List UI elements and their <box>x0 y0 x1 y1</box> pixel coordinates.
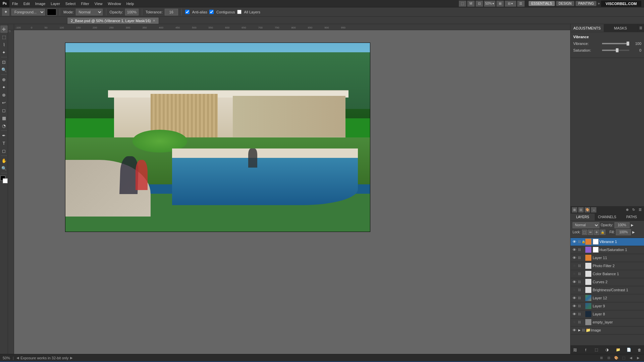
layers-refresh-btn[interactable]: ↻ <box>631 207 636 213</box>
layer-vis-vibrance1[interactable]: 👁 <box>572 239 577 244</box>
hand-tool[interactable]: ✋ <box>0 157 8 164</box>
canvas-image[interactable] <box>65 43 370 232</box>
crop-tool[interactable]: ⊡ <box>0 58 8 66</box>
stamp-tool[interactable]: ⊗ <box>0 91 8 99</box>
layer-vis-photofilter2[interactable]: 👁 <box>572 263 577 268</box>
shape-tool[interactable]: ◻ <box>0 147 8 155</box>
tab-channels[interactable]: CHANNELS <box>595 214 620 221</box>
status-next-btn[interactable]: ▶ <box>70 356 73 360</box>
all-layers-checkbox[interactable] <box>237 10 241 14</box>
zoom-dropdown[interactable]: 50% ▾ <box>484 1 495 7</box>
layers-icon-2[interactable]: ⊟ <box>578 207 584 213</box>
vibrance-track[interactable] <box>602 43 629 44</box>
layer-row-11[interactable]: 👁 ⛓ Layer 11 <box>571 254 644 262</box>
layout-dropdown[interactable]: ⊟ ▾ <box>505 1 516 7</box>
history-brush-tool[interactable]: ↩ <box>0 99 8 106</box>
lock-transparency-btn[interactable]: ⬚ <box>582 230 587 235</box>
layer-vis-9[interactable]: 👁 <box>572 304 577 308</box>
layers-options-btn[interactable]: ☰ <box>637 207 643 213</box>
layer-vis-curves2[interactable]: 👁 <box>572 280 577 284</box>
tab-close-btn[interactable]: ✕ <box>153 19 155 22</box>
menu-edit[interactable]: Edit <box>21 0 33 7</box>
magic-wand-tool[interactable]: ✦ <box>0 49 8 56</box>
workspace-more[interactable]: » <box>598 2 600 5</box>
anti-alias-checkbox[interactable] <box>185 10 190 14</box>
menu-image[interactable]: Image <box>33 0 48 7</box>
fill-ctrl-input[interactable] <box>616 229 631 235</box>
layer-row-9[interactable]: 👁 ⛓ Layer 9 <box>571 302 644 310</box>
menu-help[interactable]: Help <box>124 0 137 7</box>
workspace-essentials[interactable]: ESSENTIALS <box>529 1 555 6</box>
layer-vis-bc1[interactable]: 👁 <box>572 288 577 292</box>
healing-tool[interactable]: ⊕ <box>0 76 8 83</box>
background-swatch[interactable] <box>3 178 8 183</box>
blend-mode-select[interactable]: Normal <box>573 222 599 228</box>
text-tool[interactable]: T <box>0 139 8 147</box>
layer-vis-11[interactable]: 👁 <box>572 255 577 260</box>
toolbar-icon-1[interactable]: ⬚ <box>459 1 466 7</box>
mode-select[interactable]: Normal <box>76 9 103 15</box>
foreground-dropdown[interactable]: Foreground... <box>11 9 45 15</box>
layer-row-brightnesscontrast1[interactable]: 👁 ⛓ Brightness/Contrast 1 <box>571 286 644 294</box>
panel-menu-btn[interactable]: ☰ <box>637 24 644 32</box>
saturation-track[interactable] <box>602 50 629 51</box>
add-style-btn[interactable]: f <box>583 347 589 353</box>
layer-row-image[interactable]: 👁 ▶ ⛓ 📁 Image <box>571 326 644 335</box>
layer-vis-colorbalance1[interactable]: 👁 <box>572 272 577 276</box>
link-layers-btn[interactable]: ⛓ <box>572 347 578 353</box>
lasso-tool[interactable]: ⌇ <box>0 41 8 48</box>
layer-row-photofilter2[interactable]: 👁 ⛓ Photo Filter 2 <box>571 262 644 270</box>
new-group-btn[interactable]: 📁 <box>615 347 621 353</box>
toolbar-icon-2[interactable]: M <box>467 1 475 7</box>
layers-icon-4[interactable]: ⬦ <box>591 207 596 213</box>
move-tool[interactable]: ✛ <box>0 25 8 33</box>
delete-layer-btn[interactable]: 🗑 <box>637 347 643 353</box>
opacity-ctrl-input[interactable] <box>614 222 630 228</box>
contiguous-checkbox[interactable] <box>209 10 214 14</box>
layers-icon-1[interactable]: ⊞ <box>572 207 577 213</box>
gradient-tool[interactable]: ▦ <box>0 114 8 122</box>
select-rect-tool[interactable]: ⬚ <box>0 33 8 41</box>
eyedropper-tool[interactable]: 🔍 <box>0 66 8 73</box>
tab-adjustments[interactable]: ADJUSTMENTS <box>571 24 604 32</box>
layer-row-colorbalance1[interactable]: 👁 ⛓ Color Balance 1 <box>571 270 644 278</box>
opacity-expand-btn[interactable]: ▶ <box>631 223 634 227</box>
layer-row-empty[interactable]: 👁 ⛓ empty_layer <box>571 318 644 326</box>
opacity-input[interactable] <box>125 9 139 15</box>
menu-layer[interactable]: Layer <box>48 0 63 7</box>
layer-vis-12[interactable]: 👁 <box>572 296 577 300</box>
add-mask-btn[interactable]: ⬚ <box>593 347 599 353</box>
layers-menu-btn[interactable]: ⊕ <box>625 207 630 213</box>
layer-row-12[interactable]: 👁 ⛓ Layer 12 <box>571 294 644 302</box>
workspace-painting[interactable]: PAINTING <box>576 1 596 6</box>
new-layer-btn[interactable]: 📄 <box>626 347 632 353</box>
layer-row-vibrance1[interactable]: 👁 ⛓ 🔒 Vibrance 1 <box>571 238 644 246</box>
tab-paths[interactable]: PATHS <box>620 214 644 221</box>
layer-row-8[interactable]: 👁 ⛓ Layer 8 <box>571 310 644 318</box>
menu-file[interactable]: File <box>9 0 21 7</box>
zoom-tool[interactable]: 🔍 <box>0 165 8 172</box>
status-icon-5[interactable]: ◀ <box>628 355 634 361</box>
status-icon-4[interactable]: ⬚ <box>621 355 627 361</box>
vibrance-thumb[interactable] <box>627 42 629 46</box>
layer-vis-8[interactable]: 👁 <box>572 312 577 316</box>
active-tool-icon[interactable]: ✦ <box>2 8 9 16</box>
foreground-color-swatch[interactable] <box>47 9 56 15</box>
brush-tool[interactable]: ✦ <box>0 83 8 91</box>
status-icon-2[interactable]: ⊟ <box>606 355 612 361</box>
layer-vis-image[interactable]: 👁 <box>572 328 577 333</box>
layer-vis-huesat1[interactable]: 👁 <box>572 247 577 252</box>
layer-vis-empty[interactable]: 👁 <box>572 320 577 324</box>
tab-layers[interactable]: LAYERS <box>571 214 595 221</box>
dodge-tool[interactable]: ◔ <box>0 122 8 129</box>
saturation-thumb[interactable] <box>616 48 619 52</box>
status-prev-btn[interactable]: ◀ <box>16 356 19 360</box>
layer-row-huesat1[interactable]: 👁 ⛓ Hue/Saturation 1 <box>571 246 644 254</box>
layers-icon-3[interactable]: 🎨 <box>585 207 590 213</box>
group-expand-btn[interactable]: ▶ <box>577 328 581 333</box>
layer-row-curves2[interactable]: 👁 ⛓ Curves 2 <box>571 278 644 286</box>
fill-expand-btn[interactable]: ▶ <box>632 230 635 234</box>
active-file-tab[interactable]: 2_Base.psd @ 50% (Vibrance 1, Layer Mask… <box>67 17 159 24</box>
status-icon-6[interactable]: ▶ <box>635 355 641 361</box>
pen-tool[interactable]: ✒ <box>0 132 8 139</box>
